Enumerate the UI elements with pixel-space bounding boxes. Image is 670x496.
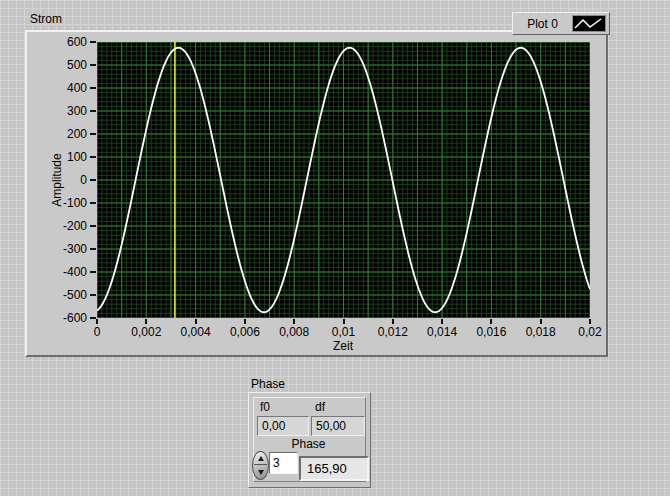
y-tick-label: 600 xyxy=(45,35,87,49)
x-tick-mark xyxy=(293,319,295,324)
phase-multiplier-spinner[interactable] xyxy=(252,451,269,480)
spinner-decrement-icon[interactable] xyxy=(258,470,264,475)
x-tick-label: 0,012 xyxy=(365,325,421,339)
y-tick-label: -400 xyxy=(45,265,87,279)
y-axis-label: Amplitude xyxy=(50,153,64,206)
y-tick-mark xyxy=(90,64,96,66)
x-axis-label: Zeit xyxy=(303,339,383,353)
y-tick-label: -500 xyxy=(45,288,87,302)
x-tick-label: 0,02 xyxy=(562,325,618,339)
x-tick-mark xyxy=(589,319,591,324)
y-tick-label: -200 xyxy=(45,219,87,233)
y-tick-mark xyxy=(90,133,96,135)
df-indicator: 50,00 xyxy=(311,416,365,436)
x-tick-label: 0,006 xyxy=(217,325,273,339)
y-tick-mark xyxy=(90,271,96,273)
x-tick-label: 0,008 xyxy=(266,325,322,339)
x-tick-label: 0,018 xyxy=(513,325,569,339)
y-tick-mark xyxy=(90,202,96,204)
phase-value-field[interactable]: 165,90 xyxy=(299,456,369,481)
x-tick-mark xyxy=(441,319,443,324)
y-tick-label: -300 xyxy=(45,242,87,256)
plot-legend[interactable]: Plot 0 xyxy=(512,12,610,35)
y-tick-mark xyxy=(90,294,96,296)
x-tick-mark xyxy=(392,319,394,324)
y-tick-label: 300 xyxy=(45,104,87,118)
plot-line-style-icon[interactable] xyxy=(572,15,606,32)
x-tick-label: 0,01 xyxy=(316,325,372,339)
y-tick-mark xyxy=(90,87,96,89)
phase-multiplier-input[interactable]: 3 xyxy=(269,452,298,474)
spinner-increment-icon[interactable] xyxy=(258,456,264,461)
x-tick-mark xyxy=(490,319,492,324)
x-tick-label: 0,016 xyxy=(463,325,519,339)
spinner-divider xyxy=(254,464,267,465)
phase-control-label: Phase xyxy=(253,437,364,451)
y-tick-label: -600 xyxy=(45,311,87,325)
y-tick-mark xyxy=(90,156,96,158)
x-tick-mark xyxy=(540,319,542,324)
x-tick-label: 0,004 xyxy=(168,325,224,339)
x-tick-mark xyxy=(145,319,147,324)
x-tick-mark xyxy=(96,319,98,324)
y-tick-mark xyxy=(90,225,96,227)
f0-indicator: 0,00 xyxy=(257,416,309,436)
y-tick-label: 400 xyxy=(45,81,87,95)
f0-label: f0 xyxy=(260,400,270,414)
x-tick-label: 0,002 xyxy=(118,325,174,339)
y-tick-label: 500 xyxy=(45,58,87,72)
x-tick-mark xyxy=(244,319,246,324)
y-tick-mark xyxy=(90,248,96,250)
plot-area[interactable] xyxy=(97,42,590,318)
y-tick-mark xyxy=(90,110,96,112)
y-tick-label: 200 xyxy=(45,127,87,141)
y-tick-mark xyxy=(90,41,96,43)
phase-cluster-label: Phase xyxy=(251,377,285,391)
x-tick-label: 0 xyxy=(69,325,125,339)
y-tick-mark xyxy=(90,179,96,181)
legend-plot-label: Plot 0 xyxy=(513,17,572,31)
x-tick-mark xyxy=(343,319,345,324)
df-label: df xyxy=(315,400,325,414)
x-tick-mark xyxy=(195,319,197,324)
x-tick-label: 0,014 xyxy=(414,325,470,339)
chart-title: Strom xyxy=(30,12,62,26)
